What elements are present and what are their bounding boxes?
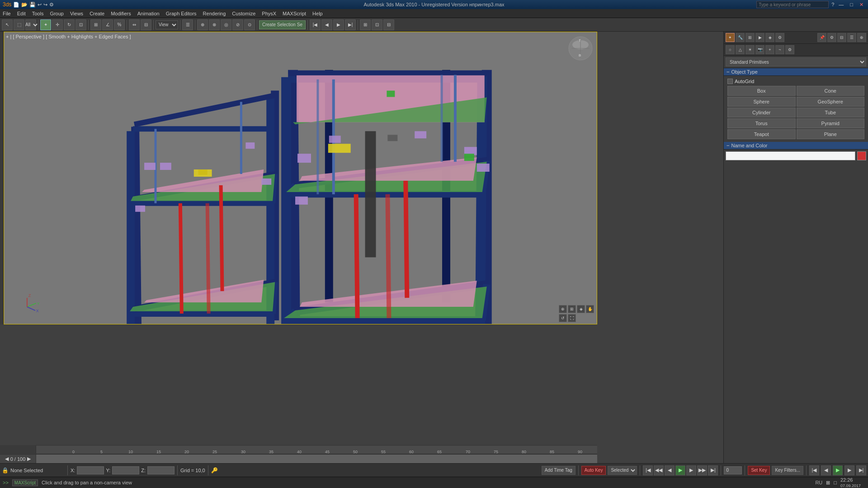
prev-key-btn[interactable]: ◀◀ (654, 465, 664, 475)
zoom-all-btn[interactable]: ⊞ (568, 305, 576, 313)
name-color-header[interactable]: − Name and Color (724, 142, 868, 150)
next-key-btn[interactable]: ▶▶ (697, 465, 707, 475)
camera-icon[interactable]: 📷 (755, 45, 764, 54)
light-icon[interactable]: ☀ (745, 45, 755, 54)
primitives-dropdown[interactable]: Standard Primitives (726, 57, 866, 66)
tb-render1[interactable]: ⊞ (360, 19, 371, 30)
tb-btn1[interactable]: ⊕ (197, 19, 208, 30)
display-panel-tab[interactable]: ◈ (765, 33, 774, 42)
close-button[interactable]: ✕ (858, 2, 865, 8)
helper-icon[interactable]: + (765, 45, 774, 54)
add-time-tag-btn[interactable]: Add Time Tag (542, 466, 576, 475)
hierarchy-panel-tab[interactable]: ⊞ (745, 33, 755, 42)
maximize-button[interactable]: □ (848, 2, 855, 7)
viewport[interactable]: + | [ Perspective ] [ Smooth + Highlight… (4, 32, 597, 324)
tb-extra4[interactable]: ▶| (345, 19, 356, 30)
motion-panel-tab[interactable]: ▶ (755, 33, 764, 42)
rotate-tool[interactable]: ↻ (64, 19, 75, 30)
tb-btn2[interactable]: ⊗ (209, 19, 220, 30)
sphere-btn[interactable]: Sphere (727, 97, 796, 107)
view-dropdown[interactable]: View (156, 20, 178, 29)
pyramid-btn[interactable]: Pyramid (797, 118, 865, 128)
menu-maxscript[interactable]: MAXScript (283, 11, 306, 16)
select-tool[interactable]: ✦ (40, 19, 51, 30)
plane-btn[interactable]: Plane (797, 129, 865, 139)
utilities-panel-tab[interactable]: ⚙ (775, 33, 784, 42)
search-input[interactable] (756, 1, 829, 8)
minimize-button[interactable]: — (837, 2, 845, 7)
x-input[interactable] (77, 466, 104, 474)
filter-icon[interactable]: ⊕ (857, 33, 866, 42)
object-type-header[interactable]: − Object Type (724, 68, 868, 76)
set-key-btn[interactable]: Set Key (748, 466, 770, 475)
field-of-view-btn[interactable]: ◈ (577, 305, 585, 313)
bc-play2[interactable]: ◀ (821, 465, 831, 475)
system-icon[interactable]: ⚙ (785, 45, 794, 54)
expand-icon[interactable]: ⊟ (837, 33, 846, 42)
frame-input[interactable] (724, 466, 742, 474)
align-btn[interactable]: ⊟ (141, 19, 151, 30)
color-swatch[interactable] (857, 151, 866, 160)
timeline-track[interactable] (36, 455, 597, 464)
percent-snap[interactable]: % (114, 19, 125, 30)
menu-graph-editors[interactable]: Graph Editors (166, 11, 197, 16)
play-btn[interactable]: ▶ (675, 465, 685, 475)
spacewarp-icon[interactable]: ~ (775, 45, 784, 54)
tb-extra1[interactable]: |◀ (310, 19, 321, 30)
selected-dropdown[interactable]: Selected (608, 466, 637, 475)
move-tool[interactable]: ✛ (52, 19, 63, 30)
prev-frame-btn[interactable]: ◀ (5, 456, 9, 462)
teapot-btn[interactable]: Teapot (727, 129, 796, 139)
lock-icon[interactable]: 🔒 (2, 467, 9, 474)
object-name-input[interactable] (726, 151, 855, 160)
select-btn[interactable]: ↖ (2, 19, 13, 30)
modify-panel-tab[interactable]: 🔧 (736, 33, 745, 42)
torus-btn[interactable]: Torus (727, 118, 796, 128)
key-icon[interactable]: 🔑 (211, 467, 218, 474)
filter-dropdown[interactable]: All (23, 20, 39, 29)
menu-views[interactable]: Views (70, 11, 83, 16)
new-icon[interactable]: 📄 (13, 2, 19, 8)
maximize-btn[interactable]: ⛶ (568, 314, 576, 322)
open-icon[interactable]: 📂 (21, 2, 28, 8)
next-frame-btn2[interactable]: ▶ (686, 465, 696, 475)
snap-toggle[interactable]: ⊞ (90, 19, 101, 30)
options-icon[interactable]: ⚙ (49, 2, 54, 8)
tb-render2[interactable]: ⊡ (372, 19, 382, 30)
menu-help[interactable]: Help (312, 11, 323, 16)
menu-physx[interactable]: PhysX (262, 11, 276, 16)
go-start-btn[interactable]: |◀ (643, 465, 653, 475)
maximize-status[interactable]: ⊞ (826, 480, 830, 486)
tb-extra3[interactable]: ▶ (333, 19, 344, 30)
menu-rendering[interactable]: Rendering (203, 11, 226, 16)
redo-icon[interactable]: ↪ (43, 2, 47, 8)
list-icon[interactable]: ☰ (847, 33, 856, 42)
shape-icon[interactable]: △ (736, 45, 745, 54)
maxscript-btn[interactable]: MAXScript (12, 479, 38, 486)
geosphere-btn[interactable]: GeoSphere (797, 97, 865, 107)
menu-modifiers[interactable]: Modifiers (111, 11, 131, 16)
arc-rotate-btn[interactable]: ↺ (559, 314, 567, 322)
tb-btn5[interactable]: ⊙ (244, 19, 255, 30)
auto-key-btn[interactable]: Auto Key (581, 466, 606, 475)
settings-icon[interactable]: ⚙ (827, 33, 836, 42)
undo-icon[interactable]: ↩ (38, 2, 42, 8)
menu-edit[interactable]: Edit (17, 11, 26, 16)
time-ruler-track[interactable]: 0 5 10 15 20 25 30 35 40 45 50 55 60 65 … (72, 445, 597, 454)
zoom-btn[interactable]: ⊕ (559, 305, 567, 313)
compass-widget[interactable]: T B (568, 36, 593, 61)
menu-create[interactable]: Create (90, 11, 104, 16)
geometry-icon[interactable]: ○ (726, 45, 735, 54)
angle-snap[interactable]: ∠ (102, 19, 113, 30)
menu-animation[interactable]: Animation (137, 11, 160, 16)
menu-file[interactable]: File (3, 11, 11, 16)
autogrid-checkbox[interactable] (727, 79, 733, 84)
y-input[interactable] (112, 466, 139, 474)
tb-extra2[interactable]: ◀ (321, 19, 332, 30)
tb-render3[interactable]: ⊟ (383, 19, 394, 30)
filter-select[interactable]: All (25, 19, 36, 30)
scale-tool[interactable]: ⊡ (75, 19, 86, 30)
menu-customize[interactable]: Customize (232, 11, 255, 16)
tb-btn3[interactable]: ◎ (221, 19, 231, 30)
bc-play5[interactable]: ▶| (856, 465, 866, 475)
